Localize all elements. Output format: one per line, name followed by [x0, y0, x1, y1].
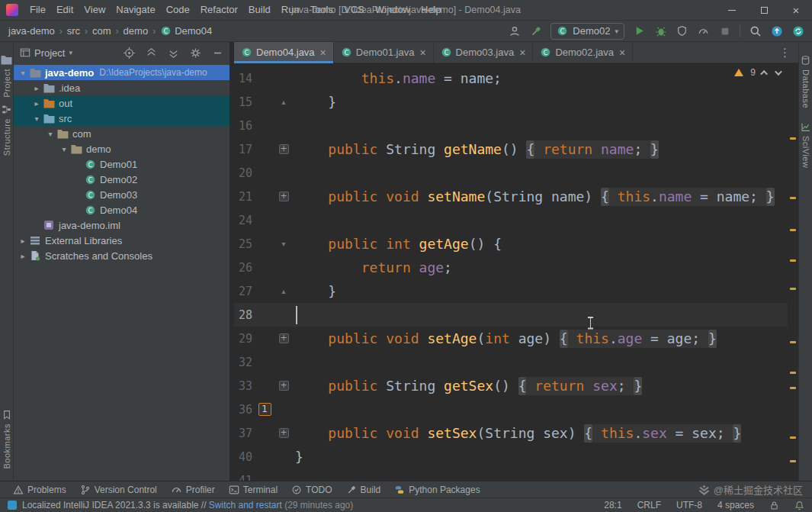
tool-button-version-control[interactable]: Version Control — [73, 481, 164, 498]
indent-setting[interactable]: 4 spaces — [717, 500, 754, 510]
tree-item-external-libraries[interactable]: ▸External Libraries — [14, 233, 229, 248]
minimize-button[interactable] — [716, 0, 748, 21]
debug-button[interactable] — [654, 24, 667, 37]
tool-button-problems[interactable]: Problems — [6, 481, 73, 498]
error-stripe[interactable] — [788, 63, 798, 481]
maximize-button[interactable] — [748, 0, 780, 21]
breadcrumb-item-demo[interactable]: demo — [123, 25, 149, 37]
stripe-mark[interactable] — [790, 372, 796, 374]
stripe-button-database[interactable]: Database — [801, 55, 810, 108]
close-icon[interactable]: × — [519, 47, 525, 59]
menu-build[interactable]: Build — [243, 0, 276, 20]
fold-marker-up-icon[interactable]: ▴ — [277, 287, 290, 295]
updates-button[interactable] — [770, 24, 783, 37]
line-number[interactable]: 14 — [234, 72, 252, 85]
tool-button-python-packages[interactable]: Python Packages — [387, 481, 486, 498]
settings-gear-button[interactable] — [189, 47, 201, 59]
switch-restart-link[interactable]: Switch and restart — [209, 500, 282, 510]
fold-marker-plus-icon[interactable]: + — [279, 333, 289, 343]
line-number[interactable]: 41 — [234, 474, 252, 481]
breadcrumb-item-src[interactable]: src — [66, 25, 81, 37]
tab-demo02-java[interactable]: CDemo02.java× — [533, 42, 633, 63]
tree-item-java-demo-iml[interactable]: java-demo.iml — [14, 217, 229, 233]
stripe-mark[interactable] — [790, 387, 796, 389]
line-number[interactable]: 17 — [234, 143, 252, 156]
file-encoding[interactable]: UTF-8 — [676, 500, 702, 510]
stop-button[interactable] — [718, 24, 731, 37]
user-icon[interactable] — [508, 24, 521, 37]
build-hammer-icon[interactable] — [529, 24, 542, 37]
stripe-button-project[interactable]: Project — [1, 55, 12, 98]
fold-marker-plus-icon[interactable]: + — [279, 381, 289, 391]
chevron-down-icon[interactable]: ▾ — [58, 145, 70, 153]
caret-position[interactable]: 28:1 — [604, 500, 621, 510]
line-number[interactable]: 25 — [234, 237, 252, 251]
chevron-right-icon[interactable]: ▸ — [30, 99, 43, 108]
fold-marker-plus-icon[interactable]: + — [279, 192, 289, 201]
line-separator[interactable]: CRLF — [637, 500, 661, 510]
stripe-mark[interactable] — [790, 229, 796, 231]
line-number[interactable]: 33 — [234, 379, 252, 393]
chevron-down-icon[interactable]: ▾ — [44, 130, 56, 138]
fold-marker-down-icon[interactable]: ▾ — [277, 240, 290, 248]
tree-item-demo03[interactable]: CDemo03 — [14, 187, 229, 202]
breadcrumb-item-demo04[interactable]: CDemo04 — [159, 25, 213, 37]
collapse-all-button[interactable] — [167, 47, 179, 59]
tool-button-profiler[interactable]: Profiler — [164, 481, 222, 498]
stripe-mark[interactable] — [790, 197, 796, 199]
chevron-down-icon[interactable]: ▾ — [17, 69, 29, 77]
tree-item-demo[interactable]: ▾demo — [14, 141, 229, 156]
breadcrumb-item-java-demo[interactable]: java-demo — [8, 25, 56, 37]
tree-item-com[interactable]: ▾com — [14, 126, 229, 141]
tree-item-scratches-and-consoles[interactable]: ▸Scratches and Consoles — [14, 248, 229, 263]
tab-demo01-java[interactable]: CDemo01.java× — [334, 42, 434, 63]
menu-refactor[interactable]: Refactor — [195, 0, 243, 20]
tab-demo03-java[interactable]: CDemo03.java× — [434, 42, 534, 63]
tree-item-demo04[interactable]: CDemo04 — [14, 202, 229, 217]
tool-button-terminal[interactable]: Terminal — [222, 481, 284, 498]
search-everywhere-button[interactable] — [749, 24, 762, 37]
stripe-button-structure[interactable]: Structure — [1, 105, 12, 156]
close-icon[interactable]: × — [619, 47, 625, 59]
line-number[interactable]: 24 — [234, 214, 252, 227]
tree-item-demo01[interactable]: CDemo01 — [14, 156, 229, 172]
prev-warning-button[interactable] — [760, 69, 768, 77]
tree-item-src[interactable]: ▾src — [14, 111, 229, 126]
breadcrumb-item-com[interactable]: com — [91, 25, 112, 37]
close-button[interactable]: × — [780, 0, 812, 21]
fold-marker-up-icon[interactable]: ▴ — [277, 98, 290, 106]
stripe-mark[interactable] — [790, 288, 796, 290]
notifications-icon[interactable] — [794, 501, 804, 510]
tab-list-more-button[interactable]: ⋮ — [772, 46, 798, 60]
line-number[interactable]: 16 — [234, 119, 252, 133]
stripe-mark[interactable] — [790, 137, 796, 140]
stripe-button-sciview[interactable]: SciView — [801, 122, 810, 168]
coverage-button[interactable] — [676, 24, 688, 37]
tool-button-build[interactable]: Build — [339, 481, 388, 498]
line-number[interactable]: 15 — [234, 95, 252, 109]
stripe-mark[interactable] — [790, 460, 796, 462]
sync-button[interactable] — [791, 24, 804, 37]
menu-view[interactable]: View — [79, 0, 111, 20]
tree-item-idea[interactable]: ▸.idea — [14, 80, 229, 95]
update-notification-icon[interactable] — [8, 501, 17, 510]
tool-button-todo[interactable]: TODO — [284, 481, 339, 498]
stripe-mark[interactable] — [790, 436, 796, 439]
expand-all-button[interactable] — [145, 47, 157, 59]
editor[interactable]: 14 this.name = name;15▴ }1617+ public St… — [234, 63, 798, 481]
chevron-down-icon[interactable]: ▾ — [30, 114, 43, 123]
line-number[interactable]: 40 — [234, 450, 252, 464]
line-number[interactable]: 37 — [234, 427, 252, 440]
line-number[interactable]: 36 — [234, 403, 252, 417]
menu-edit[interactable]: Edit — [51, 0, 79, 20]
fold-marker-plus-icon[interactable]: + — [279, 144, 289, 154]
profiler-button[interactable] — [697, 24, 710, 37]
stripe-mark[interactable] — [790, 259, 796, 262]
run-button[interactable] — [633, 24, 646, 37]
tab-demo04-java[interactable]: CDemo04.java× — [234, 42, 334, 63]
menu-code[interactable]: Code — [161, 0, 195, 20]
stripe-mark[interactable] — [790, 341, 796, 343]
fold-marker-plus-icon[interactable]: + — [279, 428, 289, 438]
hide-panel-button[interactable] — [211, 47, 223, 59]
line-number[interactable]: 28 — [234, 308, 252, 322]
